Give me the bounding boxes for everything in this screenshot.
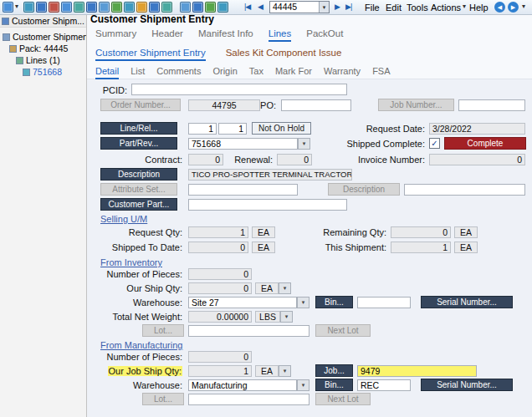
tab-mark-for[interactable]: Mark For xyxy=(275,66,312,79)
inv-next-lot-button[interactable]: Next Lot xyxy=(315,324,371,337)
tab-tax[interactable]: Tax xyxy=(249,66,263,79)
tab-header[interactable]: Header xyxy=(151,28,183,42)
job-button[interactable]: Job... xyxy=(315,364,353,377)
new-document-icon[interactable] xyxy=(3,2,13,13)
part-rev-button[interactable]: Part/Rev... xyxy=(100,137,177,150)
line-rel-button[interactable]: Line/Rel... xyxy=(100,122,177,135)
tab-warranty[interactable]: Warranty xyxy=(324,66,361,79)
mfg-serial-number-button[interactable]: Serial Number... xyxy=(421,379,513,391)
inv-warehouse-combobox[interactable]: Site 27 xyxy=(188,297,297,308)
job-input[interactable] xyxy=(357,365,477,377)
menu-tools[interactable]: Tools xyxy=(407,3,428,13)
new-dropdown-caret-icon[interactable]: ▾ xyxy=(15,3,18,10)
attribute-set-button[interactable]: Attribute Set... xyxy=(100,183,177,196)
our-ship-qty-um-caret-icon[interactable]: ▾ xyxy=(279,282,291,294)
part-dropdown-caret-icon[interactable]: ▾ xyxy=(298,138,310,150)
customer-part-button[interactable]: Customer Part... xyxy=(100,198,177,211)
our-job-ship-qty-um-caret-icon[interactable]: ▾ xyxy=(279,365,291,377)
tab-list[interactable]: List xyxy=(130,66,145,79)
job-number-button[interactable]: Job Number... xyxy=(378,99,454,111)
save-icon[interactable] xyxy=(36,2,47,13)
mfg-next-lot-button[interactable]: Next Lot xyxy=(315,393,371,405)
inv-lot-button[interactable]: Lot... xyxy=(142,324,184,337)
description2-input[interactable] xyxy=(404,184,525,196)
chart-icon[interactable] xyxy=(111,2,122,13)
open-icon[interactable] xyxy=(23,2,34,13)
inv-serial-number-button[interactable]: Serial Number... xyxy=(421,296,513,308)
tab-customer-shipment-entry[interactable]: Customer Shipment Entry xyxy=(95,48,206,61)
tree-item-pack[interactable]: Pack: 44445 xyxy=(0,43,86,54)
preview-icon[interactable] xyxy=(74,2,84,13)
search-icon[interactable] xyxy=(217,2,228,13)
prev-record-button[interactable]: ◀ xyxy=(258,3,263,11)
menu-help[interactable]: Help xyxy=(469,3,489,13)
not-on-hold-button[interactable]: Not On Hold xyxy=(252,122,311,135)
menu-edit[interactable]: Edit xyxy=(386,3,402,13)
tab-lines[interactable]: Lines xyxy=(269,28,292,42)
mfg-warehouse-caret-icon[interactable]: ▾ xyxy=(297,379,309,391)
pcid-input[interactable] xyxy=(131,84,347,95)
record-combobox-caret-icon[interactable]: ▾ xyxy=(319,2,329,13)
inv-lot-input[interactable] xyxy=(188,325,309,337)
delete-icon[interactable] xyxy=(49,2,59,13)
mfg-lot-input[interactable] xyxy=(188,394,309,405)
actions-caret-icon[interactable]: ▾ xyxy=(463,3,466,10)
contract-field: 0 xyxy=(188,154,223,165)
back-button[interactable]: ◀ xyxy=(494,2,505,13)
print-icon[interactable] xyxy=(61,2,72,13)
request-qty-label: Request Qty: xyxy=(109,227,182,237)
mfg-warehouse-combobox[interactable]: Manufacturing xyxy=(188,379,297,391)
calculator-icon[interactable] xyxy=(86,2,97,13)
documents-icon[interactable] xyxy=(124,2,135,13)
export-icon[interactable] xyxy=(205,2,216,13)
notes-icon[interactable] xyxy=(99,2,110,13)
tree-item-part[interactable]: 751668 xyxy=(0,66,86,78)
remaining-qty-um-field: EA xyxy=(454,226,478,238)
mfg-bin-input[interactable] xyxy=(357,379,411,391)
tab-sales-kit-component-issue[interactable]: Sales Kit Component Issue xyxy=(226,48,342,61)
next-record-button[interactable]: ▶ xyxy=(335,3,340,11)
menu-file[interactable]: File xyxy=(365,3,380,13)
tree-item-lines[interactable]: Lines (1) xyxy=(0,54,86,66)
description2-button[interactable]: Description xyxy=(328,183,400,196)
tab-comments[interactable]: Comments xyxy=(156,66,201,79)
po-input[interactable] xyxy=(281,99,351,111)
mfg-lot-button[interactable]: Lot... xyxy=(142,393,184,405)
order-number-button[interactable]: Order Number... xyxy=(100,99,181,111)
tab-manifest-info[interactable]: Manifest Info xyxy=(198,28,253,42)
part-input[interactable] xyxy=(188,138,298,150)
attach-icon[interactable] xyxy=(180,2,191,13)
tab-detail[interactable]: Detail xyxy=(95,66,119,79)
tab-packout[interactable]: PackOut xyxy=(306,28,343,42)
tree-item-customer-shipments[interactable]: Customer Shipments xyxy=(0,31,86,43)
net-weight-um-caret-icon[interactable]: ▾ xyxy=(280,311,293,323)
description-button[interactable]: Description xyxy=(100,168,177,181)
po-label: PO: xyxy=(248,100,276,110)
shipped-complete-checkbox[interactable]: ✓ xyxy=(429,138,440,149)
rel-input[interactable] xyxy=(218,123,247,135)
tab-origin[interactable]: Origin xyxy=(212,66,237,79)
refresh-icon[interactable] xyxy=(149,2,160,13)
first-record-button[interactable]: |◀ xyxy=(244,3,250,11)
mail-icon[interactable] xyxy=(192,2,203,13)
inv-warehouse-caret-icon[interactable]: ▾ xyxy=(297,297,309,308)
tab-row-secondary: Customer Shipment Entry Sales Kit Compon… xyxy=(95,48,341,61)
tab-summary[interactable]: Summary xyxy=(95,28,136,42)
inv-bin-input[interactable] xyxy=(357,297,411,308)
customer-part-input[interactable] xyxy=(188,199,347,211)
menu-actions[interactable]: Actions xyxy=(431,3,461,13)
forward-button[interactable]: ▶ xyxy=(508,2,519,13)
link-icon[interactable] xyxy=(161,2,172,13)
record-combobox[interactable]: 44445 ▾ xyxy=(269,1,330,13)
mfg-bin-button[interactable]: Bin... xyxy=(315,379,353,391)
complete-button[interactable]: Complete xyxy=(444,137,526,150)
inv-bin-button[interactable]: Bin... xyxy=(315,296,353,308)
line-input[interactable] xyxy=(188,123,217,135)
clock-icon[interactable] xyxy=(136,2,147,13)
job-number-input[interactable] xyxy=(458,99,525,111)
shipments-folder-icon xyxy=(3,33,10,41)
last-record-button[interactable]: ▶| xyxy=(345,3,351,11)
attribute-set-input[interactable] xyxy=(188,184,298,196)
tab-fsa[interactable]: FSA xyxy=(372,66,390,79)
toolbar-overflow-caret-icon[interactable]: ▾ xyxy=(522,3,525,10)
